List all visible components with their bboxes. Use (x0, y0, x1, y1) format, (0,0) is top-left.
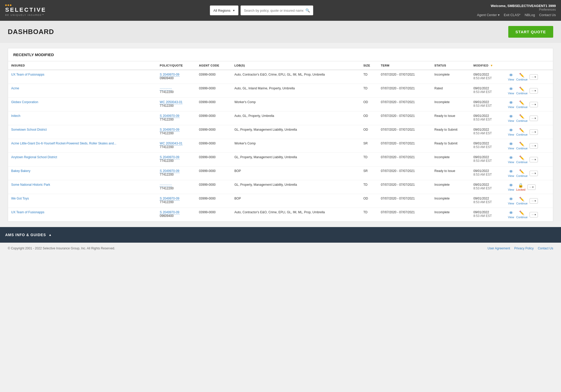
table-header: INSURED POLICY/QUOTE AGENT CODE LOB(S) S… (8, 61, 553, 70)
cell-status: Incomplete (431, 98, 470, 111)
search-input[interactable] (244, 9, 303, 12)
policy-code-link[interactable]: S 2049970-09 (160, 155, 179, 159)
policy-code-link[interactable]: S 2049970-09 (160, 210, 179, 214)
region-dropdown[interactable]: All Regions ▼ (210, 5, 238, 15)
more-options-button[interactable]: ··· ▾ (530, 171, 538, 176)
start-quote-button[interactable]: START QUOTE (508, 26, 553, 38)
ams-info-button[interactable]: AMS INFO & GUIDES ▲ (5, 233, 52, 237)
chevron-down-icon: ▾ (535, 172, 536, 175)
policy-code-link[interactable]: S 2049970-09 (160, 197, 179, 201)
insured-link[interactable]: Globex Corporation (11, 100, 38, 104)
nblog-link[interactable]: NBLog (525, 13, 535, 17)
policy-code-link[interactable]: S 2049970-09 (160, 169, 179, 173)
insured-link[interactable]: Bakey Bakery (11, 169, 30, 173)
more-options-button[interactable]: ··· ▾ (530, 157, 538, 162)
policy-code-link[interactable]: ·············· (160, 87, 172, 90)
insured-link[interactable]: Anytown Regional School District (11, 155, 57, 159)
cell-size: TD (360, 153, 378, 167)
cell-modified: 09/01/2022 8:53 AM EST (470, 125, 505, 139)
view-action[interactable]: 👁 View (508, 101, 514, 109)
view-action[interactable]: 👁 View (508, 183, 514, 191)
more-options-button[interactable]: ··· ▾ (530, 129, 538, 135)
continue-action[interactable]: ✏️ Continue (516, 73, 527, 81)
policy-sub: 09609400 (160, 76, 193, 80)
continue-action[interactable]: ✏️ Continue (516, 155, 527, 164)
cell-agent-code: 03999-0000 (196, 194, 231, 208)
insured-link[interactable]: We Got Toys (11, 197, 29, 200)
policy-code-link[interactable]: WC 2050043-01 (160, 142, 182, 145)
policy-code-link[interactable]: S 2049970-09 (160, 73, 179, 77)
table-row: Acme Little-Giant Do-It-Yourself Rocket-… (8, 139, 553, 153)
continue-action[interactable]: ✏️ Continue (516, 114, 527, 122)
insured-link[interactable]: UX Team of Fusionapps (11, 73, 44, 76)
more-options-button[interactable]: ··· ▾ (530, 116, 538, 121)
policy-sub: 77412200 (160, 131, 193, 135)
search-icon[interactable]: 🔍 (305, 8, 310, 12)
cell-policy: S 2049970-09 77412200 (157, 167, 196, 180)
view-action[interactable]: 👁 View (508, 142, 514, 150)
insured-link[interactable]: Some National Historic Park (11, 183, 50, 187)
more-options-button[interactable]: ··· ▾ (530, 74, 538, 80)
contact-us-footer-link[interactable]: Contact Us (538, 247, 553, 250)
eye-icon: 👁 (509, 114, 513, 119)
insured-link[interactable]: Initech (11, 114, 20, 118)
policy-sub: 77412200 (160, 90, 193, 94)
insured-link[interactable]: Acme (11, 87, 19, 90)
continue-action[interactable]: ✏️ Continue (516, 87, 527, 95)
cell-size: TD (360, 70, 378, 84)
view-action[interactable]: 👁 View (508, 169, 514, 177)
cell-term: 07/07/2020 - 07/07/2021 (378, 208, 431, 222)
pencil-icon: ✏️ (519, 169, 524, 174)
col-modified[interactable]: MODIFIED ▼ (470, 61, 505, 70)
view-action[interactable]: 👁 View (508, 156, 514, 164)
insured-link[interactable]: Acme Little-Giant Do-It-Yourself Rocket-… (11, 142, 116, 145)
agent-center-link[interactable]: Agent Center ▾ (477, 13, 499, 17)
more-options-button[interactable]: ··· ▾ (530, 198, 538, 204)
continue-action[interactable]: ✏️ Continue (516, 128, 527, 136)
policy-code-link[interactable]: S 2049970-09 (160, 128, 179, 132)
view-label: View (508, 216, 514, 219)
continue-action[interactable]: ✏️ Continue (516, 100, 527, 109)
continue-action[interactable]: ✏️ Continue (516, 197, 527, 205)
continue-action[interactable]: ✏️ Continue (516, 210, 527, 219)
insured-link[interactable]: Sometown School District (11, 128, 47, 131)
view-action[interactable]: 👁 View (508, 114, 514, 122)
more-options-button[interactable]: ··· ▾ (530, 212, 538, 217)
user-agreement-link[interactable]: User Agreement (487, 247, 510, 250)
view-action[interactable]: 👁 View (508, 128, 514, 136)
cell-lobs: GL, Property, Management Liability, Umbr… (231, 153, 360, 167)
contact-us-header-link[interactable]: Contact Us (539, 13, 556, 17)
table-row: Globex Corporation WC 2050043-01 7741220… (8, 98, 553, 111)
policy-code-link[interactable]: ·············· (160, 183, 172, 187)
insured-link[interactable]: UX Team of Fusionapps (11, 210, 44, 214)
more-options-button[interactable]: ··· ▾ (527, 184, 536, 190)
view-action[interactable]: 👁 View (508, 197, 514, 205)
cell-insured: Initech (8, 111, 157, 125)
chevron-down-icon: ▾ (532, 185, 534, 189)
more-options-button[interactable]: ··· ▾ (530, 143, 538, 149)
table-row: Anytown Regional School District S 20499… (8, 153, 553, 167)
actions-group: 👁 View ✏️ Continue ··· ▾ (508, 197, 550, 205)
privacy-policy-link[interactable]: Privacy Policy (514, 247, 534, 250)
welcome-text: Welcome, SMBSELECTIVEAGENT1 3999 (477, 4, 556, 8)
cell-actions: 👁 View ✏️ Continue ··· ▾ (505, 125, 553, 139)
chevron-down-icon: ▾ (535, 144, 536, 148)
policy-code-link[interactable]: S 2049970-09 (160, 114, 179, 118)
view-action[interactable]: 👁 View (508, 73, 514, 81)
locked-action[interactable]: 🔒 Locked (516, 183, 525, 191)
view-action[interactable]: 👁 View (508, 211, 514, 219)
preferences-link[interactable]: Preferences (477, 8, 556, 11)
policy-code-link[interactable]: WC 2050043-01 (160, 100, 182, 104)
more-options-button[interactable]: ··· ▾ (530, 102, 538, 107)
cell-status: Incomplete (431, 70, 470, 84)
cell-actions: 👁 View ✏️ Continue ··· ▾ (505, 208, 553, 222)
cell-modified: 09/01/2022 8:53 AM EST (470, 180, 505, 194)
exit-clas-link[interactable]: Exit CLAS* (504, 13, 520, 17)
more-options-button[interactable]: ··· ▾ (530, 88, 538, 94)
continue-action[interactable]: ✏️ Continue (516, 142, 527, 150)
section-title: RECENTLY MODIFIED (8, 48, 553, 61)
cell-modified: 09/01/2022 8:53 AM EST (470, 194, 505, 208)
cell-status: Ready to Issue (431, 111, 470, 125)
continue-action[interactable]: ✏️ Continue (516, 169, 527, 177)
view-action[interactable]: 👁 View (508, 87, 514, 95)
